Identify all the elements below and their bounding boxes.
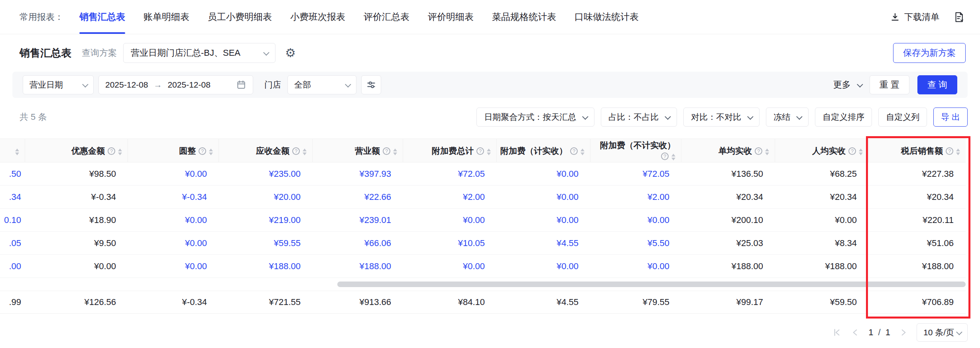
info-icon[interactable]: ?	[946, 147, 953, 155]
info-icon[interactable]: ?	[199, 147, 206, 155]
table-cell[interactable]: ¥59.55	[219, 232, 313, 254]
info-icon[interactable]: ?	[476, 147, 484, 155]
table-cell[interactable]: .34	[0, 186, 25, 208]
custom-sort-button[interactable]: 自定义排序	[815, 108, 872, 127]
date-range-picker[interactable]: 2025-12-08 → 2025-12-08	[98, 75, 253, 94]
tab-review-summary[interactable]: 评价汇总表	[364, 0, 409, 34]
table-cell[interactable]: .00	[0, 255, 25, 278]
scheme-select[interactable]: 营业日期门店汇总-BJ、SEA	[123, 43, 276, 63]
tab-bill-detail[interactable]: 账单明细表	[144, 0, 189, 34]
table-cell[interactable]: ¥397.93	[313, 162, 403, 185]
ratio-button[interactable]: 占比：不占比	[601, 108, 677, 127]
table-cell[interactable]: ¥0.00	[128, 232, 219, 254]
export-button[interactable]: 导 出	[933, 108, 968, 127]
table-cell[interactable]: ¥0.00	[497, 209, 590, 231]
table-cell[interactable]: ¥235.00	[219, 162, 313, 185]
save-scheme-button[interactable]: 保存为新方案	[893, 43, 966, 63]
table-cell[interactable]: ¥5.50	[590, 232, 681, 254]
column-header[interactable]: 人均实收?	[775, 139, 869, 162]
store-filter-button[interactable]	[361, 75, 381, 94]
sort-icon[interactable]	[859, 149, 863, 155]
sort-icon[interactable]	[209, 149, 213, 155]
table-cell[interactable]: ¥2.00	[403, 186, 497, 208]
table-cell[interactable]: ¥66.06	[313, 232, 403, 254]
date-type-select[interactable]: 营业日期	[23, 75, 94, 94]
info-icon[interactable]: ?	[661, 152, 669, 160]
date-aggregation-button[interactable]: 日期聚合方式：按天汇总	[476, 108, 594, 127]
store-select[interactable]: 全部	[287, 75, 356, 94]
tab-sales-summary[interactable]: 销售汇总表	[79, 0, 125, 34]
scheme-label: 查询方案	[82, 47, 117, 59]
table-cell[interactable]: .50	[0, 162, 25, 185]
gear-icon[interactable]: ⚙	[285, 47, 296, 59]
table-cell[interactable]: ¥0.00	[497, 162, 590, 185]
info-icon[interactable]: ?	[108, 147, 115, 155]
more-filters-button[interactable]: 更多	[833, 79, 862, 91]
info-icon[interactable]: ?	[292, 147, 300, 155]
horizontal-scrollbar[interactable]	[337, 282, 966, 287]
column-header[interactable]: 单均实收?	[681, 139, 775, 162]
info-icon[interactable]: ?	[755, 147, 762, 155]
table-cell[interactable]: ¥2.00	[590, 186, 681, 208]
table-cell[interactable]: ¥0.00	[128, 162, 219, 185]
sort-icon[interactable]	[303, 149, 307, 155]
tab-review-detail[interactable]: 评价明细表	[428, 0, 474, 34]
column-header[interactable]: 附加费（计实收）?	[497, 139, 590, 162]
table-cell[interactable]: 0.10	[0, 209, 25, 231]
info-icon[interactable]: ?	[383, 147, 390, 155]
sort-icon[interactable]	[393, 149, 397, 155]
column-header[interactable]: 圆整?	[128, 139, 219, 162]
table-cell[interactable]: ¥-0.34	[128, 186, 219, 208]
table-cell[interactable]: ¥0.00	[403, 209, 497, 231]
table-cell[interactable]: ¥0.00	[128, 209, 219, 231]
column-header[interactable]	[0, 139, 25, 162]
table-cell[interactable]: ¥10.05	[403, 232, 497, 254]
table-cell[interactable]: ¥20.00	[219, 186, 313, 208]
tab-employee-tip-detail[interactable]: 员工小费明细表	[208, 0, 272, 34]
table-cell[interactable]: ¥0.00	[590, 209, 681, 231]
sort-icon[interactable]	[487, 149, 491, 155]
custom-column-button[interactable]: 自定义列	[878, 108, 927, 127]
table-cell[interactable]: ¥0.00	[590, 255, 681, 278]
page-size-select[interactable]: 10 条/页	[917, 323, 968, 342]
first-page-icon[interactable]	[832, 327, 842, 338]
column-header[interactable]: 应收金额?	[219, 139, 313, 162]
column-header[interactable]: 附加费（不计实收）?	[590, 139, 681, 162]
freeze-button[interactable]: 冻结	[766, 108, 809, 127]
sort-icon[interactable]	[581, 149, 584, 155]
tab-flavor-method-stats[interactable]: 口味做法统计表	[575, 0, 639, 34]
document-icon[interactable]	[953, 11, 965, 23]
sort-icon[interactable]	[765, 149, 769, 155]
table-cell[interactable]: ¥0.00	[497, 186, 590, 208]
sort-icon[interactable]	[671, 154, 675, 160]
tab-tip-shift-report[interactable]: 小费班次报表	[290, 0, 345, 34]
table-cell[interactable]: ¥72.05	[403, 162, 497, 185]
table-cell[interactable]: ¥188.00	[219, 255, 313, 278]
info-icon[interactable]: ?	[848, 147, 856, 155]
column-header[interactable]: 优惠金额?	[25, 139, 128, 162]
table-cell[interactable]: ¥22.66	[313, 186, 403, 208]
table-cell[interactable]: ¥239.01	[313, 209, 403, 231]
column-header[interactable]: 营业额?	[313, 139, 403, 162]
table-cell[interactable]: ¥0.00	[128, 255, 219, 278]
column-header[interactable]: 附加费总计?	[403, 139, 497, 162]
next-page-icon[interactable]	[898, 327, 909, 338]
table-cell[interactable]: ¥0.00	[403, 255, 497, 278]
sort-icon[interactable]	[15, 149, 19, 155]
query-button[interactable]: 查 询	[917, 75, 957, 94]
sort-icon[interactable]	[956, 149, 960, 155]
table-cell[interactable]: ¥188.00	[313, 255, 403, 278]
reset-button[interactable]: 重 置	[870, 75, 909, 94]
download-list-button[interactable]: 下载清单	[890, 11, 939, 23]
table-cell[interactable]: ¥219.00	[219, 209, 313, 231]
info-icon[interactable]: ?	[570, 147, 578, 155]
prev-page-icon[interactable]	[850, 327, 860, 338]
table-cell[interactable]: ¥4.55	[497, 232, 590, 254]
sort-icon[interactable]	[118, 149, 122, 155]
column-header[interactable]: 税后销售额?	[869, 139, 966, 162]
table-cell[interactable]: .05	[0, 232, 25, 254]
table-cell[interactable]: ¥0.00	[497, 255, 590, 278]
table-cell[interactable]: ¥72.05	[590, 162, 681, 185]
compare-button[interactable]: 对比：不对比	[683, 108, 760, 127]
tab-dish-spec-stats[interactable]: 菜品规格统计表	[492, 0, 556, 34]
